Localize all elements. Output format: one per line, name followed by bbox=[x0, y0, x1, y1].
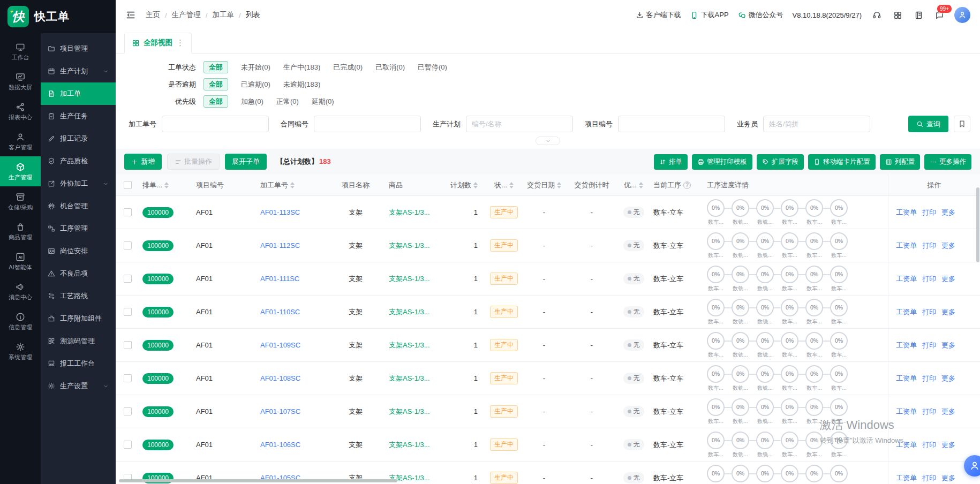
more-link[interactable]: 更多 bbox=[941, 208, 955, 217]
payroll-link[interactable]: 工资单 bbox=[896, 374, 917, 383]
sidebar-item-production-settings[interactable]: 生产设置 bbox=[41, 375, 116, 397]
product-link[interactable]: 支架AS-1/3... bbox=[389, 307, 430, 317]
rail-item-info-management[interactable]: 信息管理 bbox=[0, 306, 41, 336]
column-header[interactable]: 当前工序 ? bbox=[650, 175, 704, 195]
more-link[interactable]: 更多 bbox=[941, 374, 955, 383]
print-link[interactable]: 打印 bbox=[922, 274, 936, 284]
order-no-link[interactable]: AF01-112SC bbox=[260, 241, 300, 249]
rail-item-message-center[interactable]: 消息中心 bbox=[0, 276, 41, 306]
sidebar-item-process-management[interactable]: 工序管理 bbox=[41, 217, 116, 240]
filter-option[interactable]: 正常(0) bbox=[276, 96, 299, 107]
messages-icon[interactable]: 99+ bbox=[933, 9, 945, 21]
print-link[interactable]: 打印 bbox=[922, 341, 936, 350]
breadcrumb-item[interactable]: 主页 bbox=[146, 10, 160, 20]
rail-item-workbench[interactable]: 工作台 bbox=[0, 36, 41, 66]
print-link[interactable]: 打印 bbox=[922, 374, 936, 383]
sort-icon[interactable] bbox=[639, 182, 643, 188]
help-icon[interactable]: ? bbox=[683, 182, 691, 189]
filter-option[interactable]: 全部 bbox=[203, 78, 228, 90]
order-no-link[interactable]: AF01-109SC bbox=[260, 341, 300, 349]
sidebar-item-outsourced-processing[interactable]: 外协加工 bbox=[41, 172, 116, 195]
more-actions-button[interactable]: 更多操作 bbox=[924, 154, 971, 170]
order-no-link[interactable]: AF01-110SC bbox=[260, 308, 300, 316]
download-app-link[interactable]: 下载APP bbox=[690, 10, 729, 20]
apps-grid-icon[interactable] bbox=[892, 9, 903, 21]
saved-filter-button[interactable] bbox=[954, 116, 970, 132]
user-avatar[interactable] bbox=[954, 7, 970, 23]
filter-input-production-plan[interactable] bbox=[466, 116, 573, 132]
row-checkbox[interactable] bbox=[124, 441, 132, 449]
print-template-button[interactable]: 管理打印模板 bbox=[692, 154, 752, 170]
sidebar-item-work-report-station[interactable]: 报工工作台 bbox=[41, 352, 116, 375]
column-header[interactable]: 操作 bbox=[888, 175, 980, 195]
vertical-scrollbar-thumb[interactable] bbox=[976, 187, 979, 262]
filter-option[interactable]: 已取消(0) bbox=[375, 62, 405, 73]
column-config-button[interactable]: 列配置 bbox=[880, 154, 921, 170]
rail-item-system-management[interactable]: 系统管理 bbox=[0, 336, 41, 366]
tab-all-views[interactable]: 全部视图 ⋮ bbox=[124, 33, 192, 54]
order-no-link[interactable]: AF01-108SC bbox=[260, 374, 300, 382]
sidebar-item-work-report-record[interactable]: 报工记录 bbox=[41, 127, 116, 150]
payroll-link[interactable]: 工资单 bbox=[896, 241, 917, 251]
more-link[interactable]: 更多 bbox=[941, 407, 955, 417]
row-checkbox[interactable] bbox=[124, 241, 132, 249]
rail-item-customer-management[interactable]: 客户管理 bbox=[0, 126, 41, 156]
column-header[interactable]: 状... bbox=[486, 175, 522, 195]
more-link[interactable]: 更多 bbox=[941, 307, 955, 317]
sidebar-item-processing-order[interactable]: 加工单 bbox=[41, 82, 116, 105]
sort-icon[interactable] bbox=[473, 182, 478, 188]
column-header[interactable]: 加工单号 bbox=[257, 175, 326, 195]
filter-input-contract-no[interactable] bbox=[314, 116, 421, 132]
column-header[interactable]: 项目编号 bbox=[193, 175, 257, 195]
column-header[interactable]: 交货倒计时 bbox=[567, 175, 617, 195]
payroll-link[interactable]: 工资单 bbox=[896, 274, 917, 284]
row-checkbox[interactable] bbox=[124, 407, 132, 415]
sidebar-item-defective-items[interactable]: 不良品项 bbox=[41, 262, 116, 285]
row-checkbox[interactable] bbox=[124, 208, 132, 216]
schedule-button[interactable]: 排单 bbox=[654, 154, 688, 170]
filter-option[interactable]: 延期(0) bbox=[312, 96, 334, 107]
print-link[interactable]: 打印 bbox=[922, 407, 936, 417]
column-header[interactable]: 项目名称 bbox=[326, 175, 386, 195]
sort-icon[interactable] bbox=[509, 182, 514, 188]
print-link[interactable]: 打印 bbox=[922, 307, 936, 317]
row-checkbox[interactable] bbox=[124, 275, 132, 283]
select-all-checkbox[interactable] bbox=[124, 181, 132, 189]
product-link[interactable]: 支架AS-1/3... bbox=[389, 208, 430, 217]
column-header[interactable]: 工序进度详情 bbox=[704, 175, 888, 195]
horizontal-scrollbar-thumb[interactable] bbox=[119, 479, 397, 482]
payroll-link[interactable]: 工资单 bbox=[896, 407, 917, 417]
more-link[interactable]: 更多 bbox=[941, 440, 955, 450]
tab-menu-icon[interactable]: ⋮ bbox=[176, 38, 184, 48]
breadcrumb-item[interactable]: 加工单 bbox=[213, 10, 235, 20]
rail-item-ai-agent[interactable]: AI智能体 bbox=[0, 246, 41, 276]
print-link[interactable]: 打印 bbox=[922, 208, 936, 217]
filter-input-project-no[interactable] bbox=[618, 116, 725, 132]
row-checkbox[interactable] bbox=[124, 308, 132, 316]
batch-operations-button[interactable]: 批量操作 bbox=[167, 154, 220, 170]
filter-option[interactable]: 加急(0) bbox=[241, 96, 263, 107]
product-link[interactable]: 支架AS-1/3... bbox=[389, 440, 430, 450]
column-header[interactable]: 商品 bbox=[386, 175, 446, 195]
order-no-link[interactable]: AF01-106SC bbox=[260, 441, 300, 449]
breadcrumb-item[interactable]: 生产管理 bbox=[172, 10, 201, 20]
sort-icon[interactable] bbox=[290, 182, 295, 188]
filter-input-order-no[interactable] bbox=[162, 116, 269, 132]
order-no-link[interactable]: AF01-107SC bbox=[260, 407, 300, 415]
rail-item-production-management[interactable]: 生产管理 bbox=[0, 156, 41, 186]
product-link[interactable]: 支架AS-1/3... bbox=[389, 241, 430, 251]
more-link[interactable]: 更多 bbox=[941, 241, 955, 251]
sort-icon[interactable] bbox=[557, 182, 561, 188]
sidebar-item-product-qc[interactable]: 产品质检 bbox=[41, 150, 116, 172]
horizontal-scrollbar[interactable] bbox=[119, 479, 397, 483]
mobile-card-config-button[interactable]: 移动端卡片配置 bbox=[808, 154, 876, 170]
more-link[interactable]: 更多 bbox=[941, 341, 955, 350]
collapse-filters-button[interactable] bbox=[536, 137, 560, 145]
add-button[interactable]: 新增 bbox=[124, 154, 162, 170]
rail-item-warehouse-purchase[interactable]: 仓储/采购 bbox=[0, 186, 41, 216]
column-header[interactable]: 交货日期 bbox=[522, 175, 567, 195]
filter-option[interactable]: 全部 bbox=[203, 95, 228, 108]
sidebar-item-process-route[interactable]: 工艺路线 bbox=[41, 285, 116, 307]
product-link[interactable]: 支架AS-1/3... bbox=[389, 341, 430, 350]
extended-fields-button[interactable]: 扩展字段 bbox=[757, 154, 804, 170]
